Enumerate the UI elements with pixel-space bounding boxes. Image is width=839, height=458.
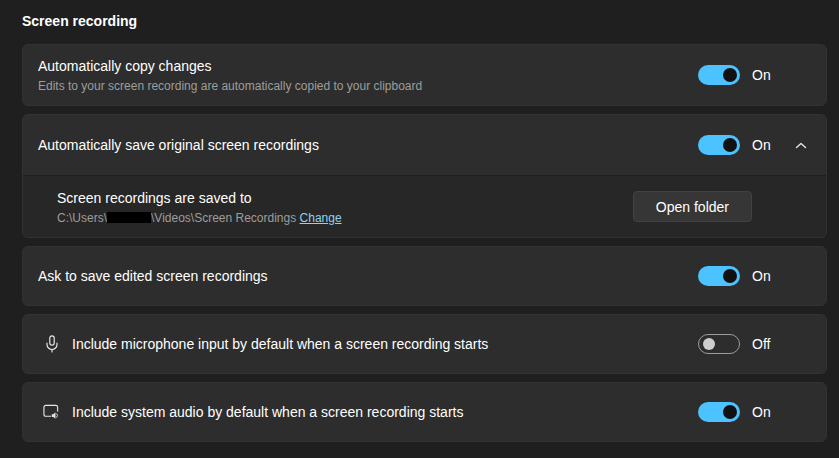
setting-title: Automatically copy changes bbox=[38, 56, 698, 76]
microphone-icon bbox=[43, 334, 60, 354]
toggle-knob bbox=[723, 405, 737, 419]
system-audio-toggle[interactable] bbox=[698, 402, 740, 422]
setting-text: Automatically copy changes Edits to your… bbox=[38, 56, 698, 94]
setting-title: Automatically save original screen recor… bbox=[38, 135, 698, 155]
path-prefix: C:\Users\ bbox=[57, 211, 107, 225]
save-location-label: Screen recordings are saved to bbox=[57, 188, 633, 208]
save-location-text: Screen recordings are saved to C:\Users\… bbox=[57, 188, 633, 226]
setting-subtitle: Edits to your screen recording are autom… bbox=[38, 78, 698, 94]
toggle-knob bbox=[723, 68, 737, 82]
setting-row: Include system audio by default when a s… bbox=[23, 383, 826, 441]
setting-text: Ask to save edited screen recordings bbox=[38, 266, 698, 286]
card-include-system-audio: Include system audio by default when a s… bbox=[22, 382, 827, 442]
microphone-toggle[interactable] bbox=[698, 334, 740, 354]
redacted-username bbox=[107, 212, 151, 223]
setting-text: Include microphone input by default when… bbox=[72, 334, 698, 354]
toggle-knob bbox=[703, 338, 715, 350]
save-location-path: C:\Users\\Videos\Screen Recordings Chang… bbox=[57, 210, 633, 226]
expander-header-row[interactable]: Automatically save original screen recor… bbox=[23, 115, 826, 175]
setting-title: Include system audio by default when a s… bbox=[72, 402, 698, 422]
card-ask-to-save-edited: Ask to save edited screen recordings On bbox=[22, 246, 827, 306]
toggle-state-label: On bbox=[752, 404, 782, 420]
toggle-state-label: On bbox=[752, 137, 782, 153]
ask-to-save-toggle[interactable] bbox=[698, 266, 740, 286]
path-suffix: \Videos\Screen Recordings bbox=[151, 211, 300, 225]
toggle-state-label: On bbox=[752, 67, 782, 83]
setting-text: Include system audio by default when a s… bbox=[72, 402, 698, 422]
toggle-knob bbox=[723, 269, 737, 283]
card-automatically-save-recordings: Automatically save original screen recor… bbox=[22, 114, 827, 238]
setting-title: Ask to save edited screen recordings bbox=[38, 266, 698, 286]
save-location-panel: Screen recordings are saved to C:\Users\… bbox=[23, 175, 826, 237]
toggle-state-label: On bbox=[752, 268, 782, 284]
chevron-up-icon[interactable] bbox=[795, 142, 807, 149]
save-recordings-toggle[interactable] bbox=[698, 135, 740, 155]
card-automatically-copy-changes: Automatically copy changes Edits to your… bbox=[22, 44, 827, 106]
setting-row: Automatically copy changes Edits to your… bbox=[23, 45, 826, 105]
system-audio-icon bbox=[43, 402, 60, 422]
setting-row: Ask to save edited screen recordings On bbox=[23, 247, 826, 305]
chevron-slot bbox=[782, 142, 811, 149]
copy-changes-toggle[interactable] bbox=[698, 65, 740, 85]
card-include-microphone: Include microphone input by default when… bbox=[22, 314, 827, 374]
toggle-knob bbox=[723, 138, 737, 152]
toggle-state-label: Off bbox=[752, 336, 782, 352]
setting-title: Include microphone input by default when… bbox=[72, 334, 698, 354]
open-folder-button[interactable]: Open folder bbox=[633, 191, 752, 222]
change-location-link[interactable]: Change bbox=[300, 211, 342, 225]
setting-text: Automatically save original screen recor… bbox=[38, 135, 698, 155]
setting-row: Include microphone input by default when… bbox=[23, 315, 826, 373]
page-title: Screen recording bbox=[22, 13, 839, 29]
settings-card-list: Automatically copy changes Edits to your… bbox=[22, 44, 827, 442]
